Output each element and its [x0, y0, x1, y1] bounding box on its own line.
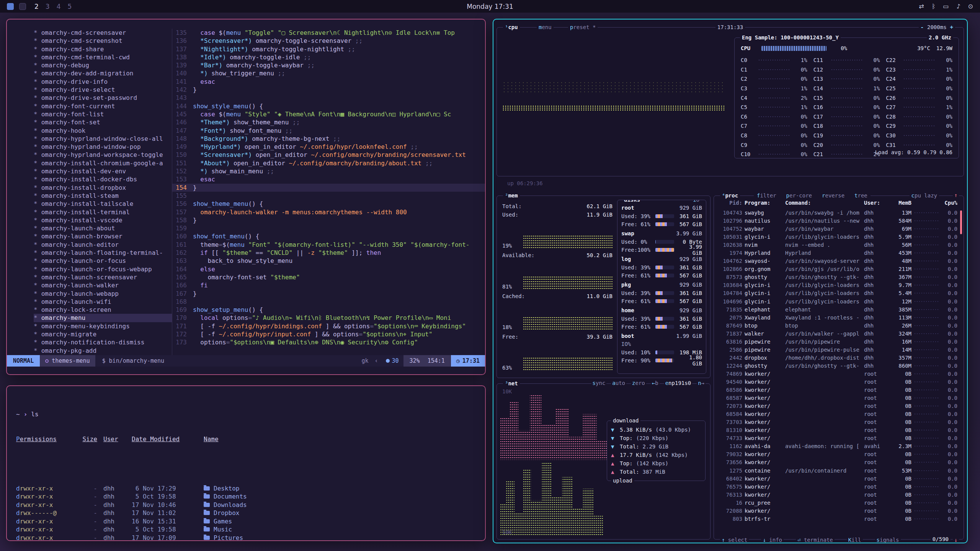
- file-item[interactable]: *omarchy-dev-add-migration: [34, 69, 172, 77]
- process-row[interactable]: 105031 glycin-i /usr/lib/glycin-loaders …: [718, 233, 957, 241]
- process-row[interactable]: 1275 containe /usr/bin/containerd root 5…: [718, 467, 957, 475]
- process-row[interactable]: 73703 kworker/ root 0B 0.0: [718, 418, 957, 426]
- file-item[interactable]: *omarchy-hook: [34, 127, 172, 135]
- process-row[interactable]: 76313 kworker/ root 0B 0.0: [718, 491, 957, 499]
- file-item[interactable]: *omarchy-install-tailscale: [34, 200, 172, 208]
- net-option[interactable]: n→: [697, 380, 706, 386]
- process-row[interactable]: 74869 kworker/ root 0B 0.0: [718, 370, 957, 378]
- workspace-button[interactable]: 5: [67, 3, 72, 10]
- file-item[interactable]: *omarchy-migrate: [34, 330, 172, 338]
- header-pid[interactable]: Pid:: [718, 199, 742, 207]
- process-row[interactable]: 104762 swayosd- /usr/bin/swayosd-server …: [718, 257, 957, 265]
- net-option[interactable]: enp191s0: [664, 380, 692, 386]
- file-item[interactable]: *omarchy-launch-browser: [34, 232, 172, 240]
- workspace-button[interactable]: 4: [57, 3, 61, 10]
- header-command[interactable]: Command:: [785, 199, 862, 207]
- file-item[interactable]: *omarchy-cmd-share: [34, 45, 172, 53]
- app-icon[interactable]: [19, 3, 26, 10]
- header-program[interactable]: Program:: [745, 199, 783, 207]
- io-toggle[interactable]: io: [691, 200, 701, 204]
- file-item[interactable]: *omarchy-hyprland-window-pop: [34, 143, 172, 151]
- file-item[interactable]: *omarchy-hyprland-window-close-all: [34, 135, 172, 143]
- file-item[interactable]: *omarchy-install-dropbox: [34, 184, 172, 192]
- proc-action-key[interactable]: ↑ select: [720, 537, 749, 543]
- file-item[interactable]: *omarchy-drive-info: [34, 78, 172, 86]
- proc-option[interactable]: per-core: [785, 192, 813, 199]
- process-row[interactable]: 63816 pipewire /usr/bin/pipewire dhh 16M…: [718, 338, 957, 346]
- file-item[interactable]: *omarchy-install-steam: [34, 192, 172, 200]
- process-row[interactable]: 68584 kworker/ root 0B 0.0: [718, 410, 957, 418]
- process-row[interactable]: 16 rcu_pree root 0B 0.0: [718, 499, 957, 507]
- file-item[interactable]: *omarchy-launch-wifi: [34, 298, 172, 306]
- file-item[interactable]: *omarchy-drive-select: [34, 86, 172, 94]
- terminal-window[interactable]: ~ › ls Permissions Size User Date Modifi…: [6, 385, 486, 541]
- file-item[interactable]: *omarchy-launch-or-focus: [34, 257, 172, 265]
- process-row[interactable]: 79032 kworker/ root 0B 0.0: [718, 450, 957, 458]
- proc-option[interactable]: reverse: [821, 192, 846, 199]
- file-item[interactable]: *omarchy-menu-keybindings: [34, 322, 172, 330]
- process-row[interactable]: 81310 kworker/ root 0B 0.0: [718, 426, 957, 434]
- file-item[interactable]: *omarchy-font-current: [34, 102, 172, 110]
- menu-button[interactable]: menu: [537, 24, 554, 31]
- file-item[interactable]: *omarchy-install-docker-dbs: [34, 175, 172, 183]
- process-row[interactable]: 2586 pipewire /usr/bin/pipewire-pulse dh…: [718, 346, 957, 354]
- file-item[interactable]: *omarchy-launch-walker: [34, 281, 172, 289]
- net-option[interactable]: auto: [611, 380, 626, 386]
- process-row[interactable]: 71835 elephant elephant dhh 385M 0.0: [718, 306, 957, 314]
- file-item[interactable]: *omarchy-menu: [34, 314, 172, 322]
- process-row[interactable]: 12244 ghostty /usr/bin/ghostty --gtk- dh…: [718, 362, 957, 370]
- header-memb[interactable]: MemB: [889, 199, 911, 207]
- file-item[interactable]: *omarchy-install-terminal: [34, 208, 172, 216]
- proc-option[interactable]: tree: [853, 192, 869, 199]
- process-row[interactable]: 87649 btop btop dhh 26M 0.0: [718, 322, 957, 330]
- process-row[interactable]: 1974 Hyprland Hyprland dhh 453M 0.0: [718, 249, 957, 257]
- file-item[interactable]: *omarchy-debug: [34, 61, 172, 69]
- process-row[interactable]: 102638 nvim nvim --embed . dhh 56M 0.0: [718, 241, 957, 249]
- net-option[interactable]: sync: [591, 380, 607, 386]
- decrease-interval-button[interactable]: -: [921, 24, 924, 31]
- process-row[interactable]: 87573 ghostty /usr/bin/ghostty --gtk- dh…: [718, 273, 957, 281]
- process-row[interactable]: 68586 kworker/ root 0B 0.0: [718, 386, 957, 394]
- process-row[interactable]: 104784 glycin-i /usr/lib/glycin-loaders …: [718, 289, 957, 297]
- file-item[interactable]: *omarchy-install-vscode: [34, 216, 172, 224]
- proc-action-key[interactable]: Kill: [847, 537, 863, 543]
- proc-action-key[interactable]: ⏎ terminate: [796, 537, 835, 543]
- process-row[interactable]: 94540 kworker/ root 0B 0.0: [718, 378, 957, 386]
- power-icon[interactable]: ⊙: [968, 3, 973, 10]
- process-row[interactable]: 68402 kworker/ root 0B 0.0: [718, 475, 957, 483]
- header-user[interactable]: User:: [864, 199, 887, 207]
- file-item[interactable]: *omarchy-pkg-add: [34, 347, 172, 355]
- process-row[interactable]: 71837 walker /usr/bin/walker --gappl dhh…: [718, 330, 957, 338]
- file-item[interactable]: *omarchy-install-dev-env: [34, 167, 172, 175]
- file-item[interactable]: *omarchy-launch-about: [34, 224, 172, 232]
- process-row[interactable]: 73656 kworker/ root 0B 0.0: [718, 458, 957, 466]
- net-option[interactable]: zero: [631, 380, 646, 386]
- file-item[interactable]: *omarchy-font-set: [34, 118, 172, 126]
- workspace-button[interactable]: 3: [46, 3, 50, 10]
- header-cpu[interactable]: Cpu%: [941, 199, 957, 207]
- file-item[interactable]: *omarchy-font-list: [34, 110, 172, 118]
- sort-mode[interactable]: cpu lazy: [910, 192, 939, 199]
- file-item[interactable]: *omarchy-cmd-screenshot: [34, 37, 172, 45]
- workspace-button[interactable]: 2: [34, 3, 39, 10]
- active-app-icon[interactable]: [7, 3, 14, 10]
- file-item[interactable]: *omarchy-launch-or-focus-webapp: [34, 265, 172, 273]
- file-item[interactable]: *omarchy-hyprland-workspace-toggle: [34, 151, 172, 159]
- process-row[interactable]: 104743 swaybg /usr/bin/swaybg -i /hom dh…: [718, 209, 957, 217]
- process-row[interactable]: 68587 kworker/ root 0B 0.0: [718, 394, 957, 402]
- process-row[interactable]: 803 btrfs-tr root 0B 0.0: [718, 515, 957, 523]
- file-item[interactable]: *omarchy-launch-webapp: [34, 290, 172, 298]
- file-item[interactable]: *omarchy-cmd-terminal-cwd: [34, 53, 172, 61]
- file-item[interactable]: *omarchy-launch-floating-terminal-: [34, 249, 172, 257]
- preset-button[interactable]: preset *: [568, 24, 598, 31]
- file-item[interactable]: *omarchy-lock-screen: [34, 306, 172, 314]
- scroll-up-icon[interactable]: ↑: [953, 192, 959, 198]
- process-row[interactable]: 72073 kworker/ root 0B 0.0: [718, 402, 957, 410]
- file-item[interactable]: *omarchy-launch-screensaver: [34, 273, 172, 281]
- proc-action-key[interactable]: ↓ info: [761, 537, 784, 543]
- process-row[interactable]: 72088 kworker/ root 0B 0.0: [718, 507, 957, 515]
- file-item[interactable]: *omarchy-cmd-screensaver: [34, 29, 172, 37]
- proc-option[interactable]: filter: [756, 192, 777, 199]
- file-item[interactable]: *omarchy-install-chromium-google-a: [34, 159, 172, 167]
- volume-icon[interactable]: ♪: [956, 3, 960, 10]
